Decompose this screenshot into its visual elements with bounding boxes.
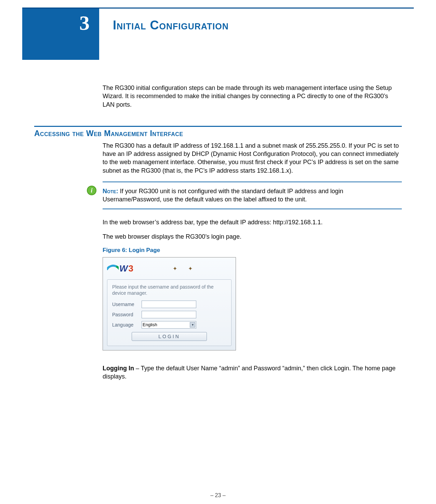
login-row-language: Language English ▾	[112, 321, 226, 329]
login-button-row: LOGIN	[112, 332, 226, 341]
username-field[interactable]	[142, 301, 196, 308]
logging-in-label: Logging In	[103, 365, 134, 372]
chapter-header: 3 Initial Configuration	[22, 9, 414, 60]
login-prompt: Please input the username and password o…	[112, 284, 226, 296]
after-note-paragraph-2: The web browser displays the RG300’s log…	[103, 233, 402, 241]
login-form-box: Please input the username and password o…	[107, 279, 232, 346]
chapter-title: Initial Configuration	[113, 18, 229, 32]
chapter-title-wrap: Initial Configuration	[99, 9, 414, 60]
password-field[interactable]	[142, 311, 196, 318]
intro-paragraph: The RG300 initial configuration steps ca…	[103, 84, 402, 109]
after-note-paragraph-1: In the web browser’s address bar, type t…	[103, 218, 402, 226]
login-button[interactable]: LOGIN	[132, 332, 207, 341]
figure-caption: Figure 6: Login Page	[103, 247, 402, 254]
fly-icon: ✦	[188, 265, 193, 272]
page-number: – 23 –	[0, 492, 436, 499]
awb-logo: W 3	[107, 263, 133, 274]
logo-letter-3: 3	[129, 263, 133, 274]
section-heading: Accessing the Web Management Interface	[34, 129, 402, 138]
note-body: If your RG300 unit is not configured wit…	[103, 188, 343, 203]
language-label: Language	[112, 322, 142, 328]
fly-icon: ✦	[173, 265, 177, 272]
password-label: Password	[112, 312, 142, 317]
login-row-username: Username	[112, 301, 226, 308]
logging-in-text: – Type the default User Name “admin” and…	[103, 365, 396, 380]
language-selected-value: English	[143, 322, 157, 327]
decorative-marks: ✦ ✦	[133, 265, 232, 272]
chevron-down-icon: ▾	[190, 322, 195, 328]
chapter-number: 3	[79, 11, 90, 35]
login-row-password: Password	[112, 311, 226, 318]
section-paragraph: The RG300 has a default IP address of 19…	[103, 142, 402, 175]
chapter-number-box: 3	[22, 9, 99, 60]
note-box: i Note: If your RG300 unit is not config…	[103, 182, 402, 209]
username-label: Username	[112, 302, 142, 307]
logging-in-paragraph: Logging In – Type the default User Name …	[103, 364, 402, 381]
info-icon: i	[87, 186, 96, 195]
login-page-screenshot: W 3 ✦ ✦ Please input the username and pa…	[103, 257, 236, 350]
section-rule	[34, 126, 402, 127]
logo-swoop-icon	[107, 263, 119, 274]
login-logo-row: W 3 ✦ ✦	[107, 261, 232, 276]
note-text: Note: If your RG300 unit is not configur…	[103, 187, 402, 204]
language-select[interactable]: English ▾	[142, 321, 196, 329]
note-label: Note:	[103, 188, 118, 195]
logo-letter-w: W	[119, 263, 128, 274]
